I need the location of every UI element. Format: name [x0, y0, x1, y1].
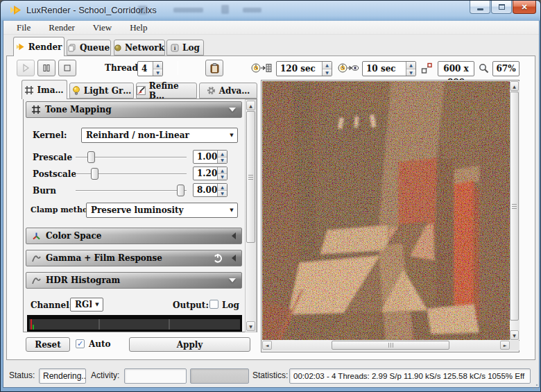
- spin-up-icon[interactable]: ▲: [406, 62, 415, 69]
- spin-down-icon[interactable]: ▼: [153, 69, 162, 76]
- render-preview-image[interactable]: [262, 81, 510, 340]
- spinner-buttons[interactable]: ▲▼: [217, 167, 227, 180]
- spinner-buttons[interactable]: ▲▼: [406, 62, 415, 76]
- tab-render[interactable]: Render: [13, 37, 65, 56]
- log-checkbox[interactable]: [209, 300, 218, 309]
- auto-label: Auto: [89, 339, 111, 349]
- burn-stepper[interactable]: 8.000 ▲▼: [193, 183, 227, 197]
- spin-up-icon[interactable]: ▲: [218, 167, 227, 174]
- panel-scrollbar[interactable]: ▲ ▼: [245, 99, 257, 332]
- tab-label: Queue: [80, 43, 110, 53]
- menu-view[interactable]: View: [84, 22, 121, 34]
- tab-network[interactable]: Network: [114, 40, 165, 56]
- spin-down-icon[interactable]: ▼: [218, 174, 227, 180]
- prescale-label: Prescale: [33, 153, 72, 162]
- prescale-stepper[interactable]: 1.000 ▲▼: [193, 150, 227, 164]
- spin-down-icon[interactable]: ▼: [218, 157, 227, 164]
- menu-render[interactable]: Render: [40, 22, 84, 34]
- spinner-buttons[interactable]: ▲▼: [217, 151, 227, 163]
- resolution-field[interactable]: 600 x 800: [438, 61, 474, 76]
- imaging-frame-icon: [25, 86, 33, 94]
- copy-to-clipboard-button[interactable]: [205, 60, 223, 76]
- tab-imaging[interactable]: Ima…: [22, 80, 67, 99]
- spin-up-icon[interactable]: ▲: [218, 151, 227, 157]
- stop-icon: [63, 64, 71, 72]
- color-space-header[interactable]: Color Space: [26, 228, 242, 244]
- save-interval-clock-icon: [251, 62, 272, 74]
- channel-select[interactable]: RGB ▼: [70, 298, 103, 312]
- play-icon: [22, 64, 30, 72]
- prescale-value: 1.000: [194, 151, 217, 163]
- scroll-down-icon[interactable]: ▼: [510, 330, 519, 340]
- menu-file[interactable]: File: [8, 22, 40, 34]
- histogram-curve-icon: [32, 277, 41, 284]
- maximize-icon: [499, 4, 505, 10]
- pause-render-button[interactable]: [37, 60, 55, 76]
- save-interval-stepper[interactable]: 120 sec ▲▼: [276, 61, 332, 76]
- channel-label: Channel:: [31, 300, 72, 310]
- preview-vscroll-thumb[interactable]: [510, 92, 519, 321]
- tab-log[interactable]: i Log: [166, 40, 204, 56]
- resolution-icon: [421, 62, 433, 74]
- panel-scrollbar-thumb[interactable]: [246, 111, 255, 243]
- hdr-histogram-header[interactable]: HDR Histogram: [26, 272, 242, 289]
- menu-help[interactable]: Help: [121, 22, 156, 34]
- postscale-value: 1.200: [194, 167, 217, 180]
- spin-up-icon[interactable]: ▲: [153, 62, 162, 69]
- reset-button[interactable]: Reset: [26, 337, 70, 352]
- prescale-slider-handle[interactable]: [87, 151, 95, 163]
- scroll-down-icon[interactable]: ▼: [246, 321, 255, 331]
- stop-render-button[interactable]: [58, 60, 76, 76]
- titlebar-artifact: [221, 5, 229, 14]
- button-label: Reset: [35, 340, 61, 350]
- tab-refine-brush[interactable]: Refine B…: [136, 83, 197, 99]
- gamma-film-response-header[interactable]: Gamma + Film Response: [26, 250, 242, 266]
- scroll-right-icon[interactable]: ►: [500, 341, 510, 350]
- preview-vertical-scrollbar[interactable]: ▲ ▼: [510, 81, 519, 340]
- display-interval-clock-icon: [338, 62, 359, 74]
- chevron-down-icon: ▼: [92, 302, 103, 307]
- power-toggle-icon[interactable]: [213, 253, 223, 263]
- kernel-select[interactable]: Reinhard / non-Linear ▼: [81, 128, 238, 143]
- tab-advanced[interactable]: Adva…: [199, 83, 257, 99]
- resume-render-button[interactable]: [17, 60, 35, 76]
- spinner-buttons[interactable]: ▲▼: [153, 62, 162, 76]
- auto-checkbox[interactable]: ✓: [76, 339, 85, 348]
- clamp-method-select[interactable]: Preserve luminosity ▼: [86, 203, 238, 218]
- tab-queue[interactable]: Queue: [67, 40, 111, 56]
- channel-value: RGB: [71, 300, 92, 309]
- spinner-buttons[interactable]: ▲▼: [322, 62, 332, 76]
- minimize-button[interactable]: [470, 1, 490, 14]
- preview-horizontal-scrollbar[interactable]: ◄ ►: [262, 341, 510, 350]
- spinner-buttons[interactable]: ▲▼: [217, 184, 227, 196]
- status-label: Status:: [9, 370, 35, 380]
- spin-down-icon[interactable]: ▼: [406, 69, 415, 76]
- threads-stepper[interactable]: 4 ▲▼: [137, 61, 163, 76]
- burn-slider-handle[interactable]: [177, 185, 184, 196]
- luxrender-logo-icon: [16, 43, 25, 51]
- tab-label: Light Gr…: [84, 86, 131, 96]
- apply-button[interactable]: Apply: [129, 337, 250, 352]
- display-interval-value: 10 sec: [363, 62, 406, 76]
- burn-slider[interactable]: [76, 190, 187, 191]
- postscale-slider-handle[interactable]: [91, 168, 98, 180]
- spin-down-icon[interactable]: ▼: [323, 69, 332, 76]
- scroll-up-icon[interactable]: ▲: [510, 81, 519, 91]
- maximize-button[interactable]: [491, 1, 512, 14]
- spin-down-icon[interactable]: ▼: [218, 191, 227, 197]
- tab-label: Adva…: [219, 86, 250, 96]
- tone-mapping-header[interactable]: Tone Mapping: [26, 101, 242, 118]
- zoom-level-field[interactable]: 67%: [492, 61, 519, 76]
- display-interval-stepper[interactable]: 10 sec ▲▼: [362, 61, 416, 76]
- histogram-red-spike: [31, 319, 32, 330]
- spin-up-icon[interactable]: ▲: [218, 184, 227, 191]
- close-button[interactable]: ✕: [513, 1, 536, 14]
- clamp-method-value: Preserve luminosity: [87, 205, 226, 215]
- spin-up-icon[interactable]: ▲: [323, 62, 332, 69]
- tab-light-groups[interactable]: Light Gr…: [69, 83, 134, 99]
- postscale-stepper[interactable]: 1.200 ▲▼: [193, 167, 227, 180]
- scroll-up-icon[interactable]: ▲: [246, 101, 255, 110]
- titlebar[interactable]: LuxRender - School_Corridor.lxs ✕: [1, 1, 541, 20]
- preview-hscroll-thumb[interactable]: [332, 341, 449, 350]
- scroll-left-icon[interactable]: ◄: [262, 341, 272, 350]
